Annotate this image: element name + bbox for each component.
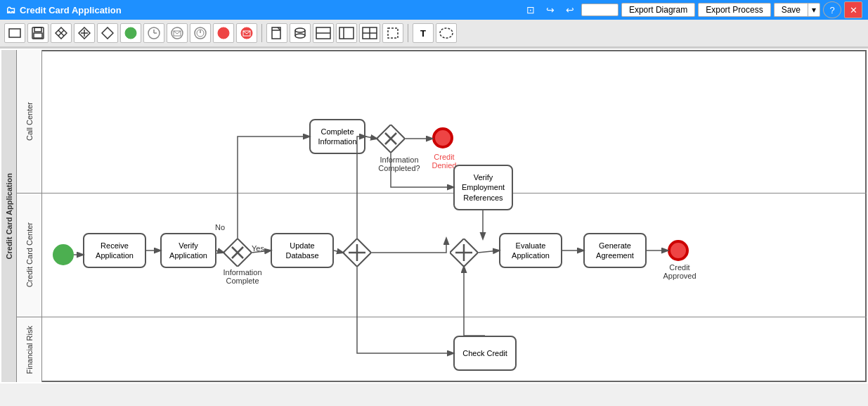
info-complete-gateway[interactable]: [224, 239, 252, 267]
check-credit-task[interactable]: Check Credit: [453, 336, 517, 371]
svg-point-15: [171, 27, 183, 39]
svg-point-25: [295, 28, 305, 32]
datastore-tool[interactable]: [290, 23, 311, 43]
financial-risk-label: Financial Risk: [17, 317, 42, 382]
timer-event-tool[interactable]: [143, 23, 164, 43]
export-diagram-btn[interactable]: Export Diagram: [621, 3, 695, 17]
end-event-tool[interactable]: [213, 23, 234, 43]
parallel-join-gateway[interactable]: [450, 239, 478, 267]
verify-application-task[interactable]: VerifyApplication: [160, 233, 216, 268]
svg-rect-31: [339, 27, 354, 39]
svg-marker-10: [102, 27, 113, 39]
yes-label: Yes: [252, 244, 264, 253]
separator2: [408, 24, 408, 42]
zoom-value: 100%: [586, 5, 608, 15]
message-event-tool[interactable]: [167, 23, 188, 43]
svg-point-11: [125, 27, 136, 39]
annotation-tool[interactable]: [382, 23, 403, 43]
generate-agreement-label: GenerateAgreement: [596, 241, 634, 261]
svg-rect-2: [34, 27, 41, 32]
titlebar-controls: ⊡ ↪ ↩ 100% ▾ Export Diagram Export Proce…: [522, 1, 862, 18]
credit-denied-end-event[interactable]: [432, 127, 453, 148]
svg-point-20: [218, 27, 229, 39]
start-event-tool[interactable]: [120, 23, 141, 43]
svg-point-21: [241, 27, 252, 39]
plus-gateway-tool[interactable]: [74, 23, 95, 43]
help-btn[interactable]: ?: [823, 1, 841, 18]
svg-rect-36: [388, 28, 398, 38]
x-gateway-tool[interactable]: [51, 23, 72, 43]
disk-tool[interactable]: [27, 23, 48, 43]
generate-agreement-task[interactable]: GenerateAgreement: [583, 233, 647, 268]
complete-information-task[interactable]: CompleteInformation: [309, 119, 365, 154]
pool-label: Credit Card Application: [1, 50, 17, 382]
pool-tool[interactable]: [313, 23, 334, 43]
update-database-task[interactable]: Update Database: [271, 233, 334, 268]
svg-point-37: [440, 28, 453, 38]
zoom-dropdown-icon: ▾: [609, 5, 614, 15]
information-completed-label: InformationCompleted?: [371, 156, 427, 172]
text-tool[interactable]: T: [413, 23, 434, 43]
call-center-label: Call Center: [17, 50, 42, 193]
zoom-icon-btn[interactable]: ⊡: [522, 3, 539, 17]
credit-approved-end-event[interactable]: [668, 240, 689, 261]
no-label: No: [215, 223, 225, 231]
start-event[interactable]: [53, 244, 74, 265]
parallel-split-gateway[interactable]: [343, 239, 371, 267]
save-btn[interactable]: Save: [774, 3, 808, 17]
diagram-canvas[interactable]: Credit Card Application Call Center Cred…: [0, 48, 868, 383]
save-dropdown-btn[interactable]: ▾: [808, 3, 820, 17]
timer-event2-tool[interactable]: [190, 23, 211, 43]
verify-employment-task[interactable]: VerifyEmploymentReferences: [453, 165, 513, 210]
lasso-tool[interactable]: [436, 23, 457, 43]
task-tool[interactable]: [266, 23, 287, 43]
sublane-tool[interactable]: [359, 23, 380, 43]
separator1: [261, 24, 262, 42]
title-bar: 🗂 Credit Card Application ⊡ ↪ ↩ 100% ▾ E…: [0, 0, 868, 20]
verify-employment-label: VerifyEmploymentReferences: [462, 172, 505, 203]
rectangle-tool[interactable]: [4, 23, 25, 43]
undo-btn[interactable]: ↩: [562, 3, 578, 17]
credit-approved-label: CreditApproved: [658, 263, 701, 280]
verify-application-label: VerifyApplication: [169, 241, 207, 261]
zoom-control[interactable]: 100% ▾: [581, 4, 618, 16]
complete-information-label: CompleteInformation: [318, 127, 356, 147]
svg-point-28: [295, 34, 305, 38]
export-process-btn[interactable]: Export Process: [698, 3, 770, 17]
save-group: Save ▾: [774, 3, 820, 17]
app-title: Credit Card Application: [20, 5, 122, 15]
evaluate-application-label: EvaluateApplication: [512, 241, 550, 261]
lane-tool[interactable]: [336, 23, 357, 43]
evaluate-application-task[interactable]: EvaluateApplication: [499, 233, 562, 268]
app-icon: 🗂: [6, 4, 15, 15]
diamond-gateway-tool[interactable]: [97, 23, 118, 43]
toolbar: T: [0, 20, 868, 48]
information-complete-label: InformationComplete: [211, 268, 274, 285]
svg-rect-3: [34, 33, 42, 38]
call-center-lane: Call Center: [17, 50, 867, 194]
info-completed-gateway[interactable]: [377, 125, 405, 153]
update-database-label: Update Database: [275, 241, 330, 261]
app-title-area: 🗂 Credit Card Application: [6, 4, 122, 15]
receive-application-task[interactable]: ReceiveApplication: [83, 233, 146, 268]
financial-risk-lane: Financial Risk: [17, 317, 867, 382]
receive-application-label: ReceiveApplication: [96, 241, 134, 261]
check-credit-label: Check Credit: [462, 348, 507, 358]
credit-card-center-label: Credit Card Center: [17, 194, 42, 317]
message-end-event-tool[interactable]: [236, 23, 257, 43]
redo-btn[interactable]: ↪: [542, 3, 559, 17]
close-btn[interactable]: ✕: [844, 1, 862, 18]
svg-rect-0: [9, 29, 20, 37]
